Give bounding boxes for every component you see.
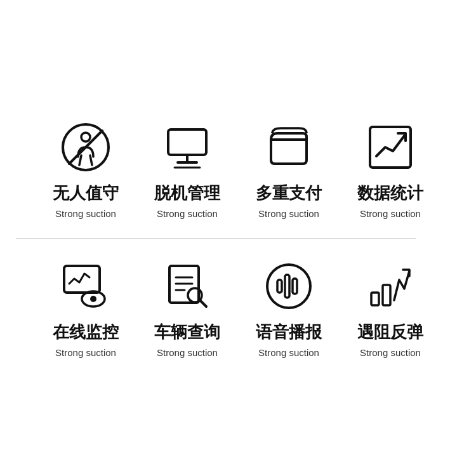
online-monitor-chinese-label: 在线监控 (53, 321, 119, 343)
unattended-icon (57, 119, 114, 176)
feature-item-multi-pay: 多重支付Strong suction (238, 119, 340, 219)
feature-item-unattended: 无人值守Strong suction (35, 119, 136, 219)
obstacle-bounce-icon (362, 258, 419, 315)
section-divider (16, 238, 416, 239)
feature-item-offline-mgmt: 脱机管理Strong suction (136, 119, 238, 219)
offline-mgmt-chinese-label: 脱机管理 (154, 182, 220, 204)
offline-mgmt-sub-label: Strong suction (157, 208, 218, 219)
top-section: 无人值守Strong suction脱机管理Strong suction多重支付… (16, 106, 460, 232)
bottom-section: 在线监控Strong suction车辆查询Strong suction语音播报… (16, 245, 460, 371)
vehicle-query-chinese-label: 车辆查询 (154, 321, 220, 343)
voice-broadcast-icon (260, 258, 317, 315)
online-monitor-sub-label: Strong suction (55, 347, 116, 358)
multi-pay-sub-label: Strong suction (258, 208, 319, 219)
feature-item-voice-broadcast: 语音播报Strong suction (238, 258, 340, 358)
feature-item-data-stats: 数据统计Strong suction (340, 119, 441, 219)
obstacle-bounce-chinese-label: 遇阻反弹 (357, 321, 423, 343)
multi-pay-chinese-label: 多重支付 (256, 182, 322, 204)
unattended-chinese-label: 无人值守 (53, 182, 119, 204)
vehicle-query-icon (159, 258, 216, 315)
online-monitor-icon (57, 258, 114, 315)
obstacle-bounce-sub-label: Strong suction (360, 347, 421, 358)
vehicle-query-sub-label: Strong suction (157, 347, 218, 358)
feature-item-vehicle-query: 车辆查询Strong suction (136, 258, 238, 358)
voice-broadcast-chinese-label: 语音播报 (256, 321, 322, 343)
feature-item-obstacle-bounce: 遇阻反弹Strong suction (340, 258, 441, 358)
unattended-sub-label: Strong suction (55, 208, 116, 219)
offline-mgmt-icon (159, 119, 216, 176)
data-stats-sub-label: Strong suction (360, 208, 421, 219)
multi-pay-icon (260, 119, 317, 176)
voice-broadcast-sub-label: Strong suction (258, 347, 319, 358)
data-stats-chinese-label: 数据统计 (357, 182, 423, 204)
data-stats-icon (362, 119, 419, 176)
feature-item-online-monitor: 在线监控Strong suction (35, 258, 136, 358)
